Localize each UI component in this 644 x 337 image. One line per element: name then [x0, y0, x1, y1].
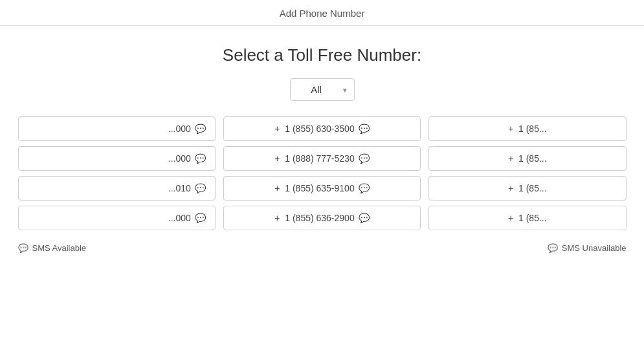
- sms-available-icon: 💬: [359, 213, 370, 223]
- phone-number-text: + 1 (85...: [508, 213, 547, 223]
- phone-number-text: + 1 (855) 635-9100: [274, 183, 354, 193]
- phone-item[interactable]: + 1 (85...: [428, 146, 626, 171]
- phone-item[interactable]: + 1 (855) 635-9100 💬: [223, 176, 421, 201]
- sms-available-label: SMS Available: [32, 243, 87, 253]
- section-heading: Select a Toll Free Number:: [223, 45, 421, 65]
- phone-number-text: ...000: [168, 213, 191, 223]
- main-content: Select a Toll Free Number: All 855 888 8…: [0, 26, 644, 253]
- filter-dropdown[interactable]: All 855 888 877 866: [290, 78, 355, 101]
- sms-available-legend: 💬 SMS Available: [18, 243, 87, 253]
- phone-item[interactable]: + 1 (85...: [428, 206, 626, 230]
- sms-unavailable-legend-icon: 💬: [548, 244, 558, 253]
- phone-number-text: + 1 (855) 630-3500: [274, 124, 354, 134]
- filter-dropdown-wrapper: All 855 888 877 866 ▾: [290, 78, 355, 101]
- sms-available-icon: 💬: [359, 153, 370, 164]
- phone-number-grid: ...000 💬 + 1 (855) 630-3500 💬 + 1 (85...…: [12, 116, 633, 230]
- phone-item[interactable]: + 1 (85...: [428, 116, 626, 141]
- phone-number-text: ...000: [168, 124, 191, 134]
- sms-available-icon: 💬: [359, 183, 370, 193]
- page-title: Add Phone Number: [280, 8, 365, 19]
- phone-item[interactable]: + 1 (85...: [428, 176, 626, 201]
- phone-number-text: ...000: [168, 153, 191, 164]
- phone-item[interactable]: + 1 (855) 636-2900 💬: [223, 206, 421, 230]
- phone-item[interactable]: ...000 💬: [18, 146, 216, 171]
- legend: 💬 SMS Available 💬 SMS Unavailable: [12, 230, 633, 253]
- phone-item[interactable]: + 1 (855) 630-3500 💬: [223, 116, 421, 141]
- sms-available-icon: 💬: [359, 124, 370, 134]
- sms-available-legend-icon: 💬: [18, 244, 28, 253]
- sms-unavailable-label: SMS Unavailable: [562, 243, 627, 253]
- phone-number-text: + 1 (85...: [508, 124, 547, 134]
- sms-unavailable-legend: 💬 SMS Unavailable: [548, 243, 627, 253]
- sms-available-icon: 💬: [195, 183, 206, 193]
- sms-available-icon: 💬: [195, 213, 206, 223]
- phone-item[interactable]: ...000 💬: [18, 206, 216, 230]
- phone-number-text: + 1 (855) 636-2900: [274, 213, 354, 223]
- phone-item[interactable]: ...000 💬: [18, 116, 216, 141]
- phone-item[interactable]: + 1 (888) 777-5230 💬: [223, 146, 421, 171]
- phone-number-text: + 1 (85...: [508, 153, 547, 164]
- phone-item[interactable]: ...010 💬: [18, 176, 216, 201]
- sms-available-icon: 💬: [195, 124, 206, 134]
- phone-number-text: + 1 (85...: [508, 183, 547, 193]
- phone-number-text: ...010: [168, 183, 191, 193]
- sms-available-icon: 💬: [195, 153, 206, 164]
- phone-number-text: + 1 (888) 777-5230: [274, 153, 354, 164]
